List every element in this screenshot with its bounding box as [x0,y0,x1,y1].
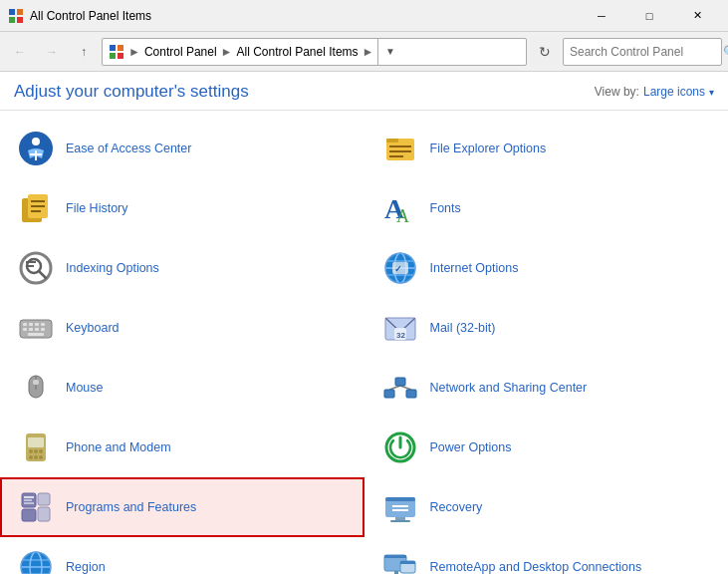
svg-rect-78 [38,493,50,505]
svg-rect-13 [386,139,398,143]
svg-rect-28 [26,265,34,267]
item-power-options[interactable]: Power Options [364,418,729,477]
svg-rect-89 [395,517,405,520]
svg-rect-39 [23,323,27,326]
up-button[interactable]: ↑ [70,38,98,66]
item-phone-modem[interactable]: Phone and Modem [0,418,364,477]
mouse-label: Mouse [66,380,104,396]
maximize-button[interactable]: □ [626,0,672,32]
mail-icon: 32 [380,308,420,348]
item-ease-of-access[interactable]: Ease of Access Center [0,119,364,178]
viewby-chevron-icon[interactable]: ▾ [709,87,714,98]
svg-rect-7 [118,53,123,59]
svg-rect-19 [31,200,45,202]
item-network-sharing[interactable]: Network and Sharing Center [364,358,729,418]
item-mouse[interactable]: Mouse [0,358,364,418]
address-path: ► Control Panel ► All Control Panel Item… [102,38,527,66]
item-file-history[interactable]: File History [0,178,364,238]
item-mail[interactable]: 32 Mail (32-bit) [364,298,729,358]
close-button[interactable]: ✕ [674,0,720,32]
svg-rect-44 [29,328,33,331]
svg-rect-0 [9,9,15,15]
item-programs-features[interactable]: Programs and Features [0,477,364,537]
mail-label: Mail (32-bit) [430,320,496,336]
svg-rect-20 [31,205,45,207]
item-internet-options[interactable]: ✓ Internet Options [364,238,729,298]
svg-rect-3 [17,17,23,23]
breadcrumb-all-items[interactable]: All Control Panel Items [237,45,359,59]
viewby-value[interactable]: Large icons [643,85,705,99]
svg-rect-16 [389,155,403,157]
file-history-icon [16,188,56,228]
internet-options-icon: ✓ [380,248,420,288]
titlebar-controls: ─ □ ✕ [579,0,720,32]
titlebar-icon [8,8,24,24]
viewby-label: View by: [595,85,639,99]
path-icon [109,44,124,60]
forward-button[interactable]: → [38,38,66,66]
svg-line-61 [400,386,411,390]
indexing-options-icon [16,248,56,288]
breadcrumb-sep-1: ► [128,45,140,59]
titlebar-title: All Control Panel Items [30,9,579,23]
item-keyboard[interactable]: Keyboard [0,298,364,358]
remoteapp-icon [380,547,420,574]
back-button[interactable]: ← [6,38,34,66]
recovery-icon [380,487,420,527]
svg-point-70 [29,455,33,459]
region-label: Region [66,559,106,574]
breadcrumb-control-panel[interactable]: Control Panel [144,45,217,59]
svg-rect-41 [35,323,39,326]
phone-modem-label: Phone and Modem [66,439,171,455]
svg-point-68 [34,449,38,453]
breadcrumb-sep-2: ► [221,45,233,59]
addressbar: ← → ↑ ► Control Panel ► All Control Pane… [0,32,728,72]
svg-text:32: 32 [396,331,405,340]
svg-rect-66 [28,437,44,447]
minimize-button[interactable]: ─ [579,0,624,32]
svg-point-71 [34,455,38,459]
recovery-label: Recovery [430,499,483,515]
fonts-icon: A A [380,188,420,228]
refresh-button[interactable]: ↻ [531,38,559,66]
svg-rect-40 [29,323,33,326]
svg-rect-47 [28,333,44,336]
search-input[interactable] [570,45,719,59]
svg-rect-5 [118,45,123,51]
item-region[interactable]: Region [0,537,364,574]
address-dropdown[interactable]: ▼ [377,38,401,66]
svg-line-26 [39,271,46,278]
file-explorer-options-icon [380,129,420,168]
svg-rect-80 [38,507,50,521]
titlebar: All Control Panel Items ─ □ ✕ [0,0,728,32]
svg-rect-2 [9,17,15,23]
item-fonts[interactable]: A A Fonts [364,178,729,238]
svg-rect-86 [385,497,415,501]
ease-of-access-label: Ease of Access Center [66,141,191,156]
svg-rect-57 [384,390,394,398]
svg-rect-104 [400,561,415,564]
content-header: Adjust your computer's settings View by:… [0,72,728,111]
svg-rect-21 [31,210,41,212]
items-container: Ease of Access Center File Explorer Opti… [0,111,728,574]
network-sharing-icon [380,368,420,408]
remoteapp-label: RemoteApp and Desktop Connections [430,559,642,574]
main-area: Adjust your computer's settings View by:… [0,72,728,574]
svg-text:✓: ✓ [394,264,402,274]
search-icon: 🔍 [723,45,728,59]
item-file-explorer-options[interactable]: File Explorer Options [364,119,729,178]
item-indexing-options[interactable]: Indexing Options [0,238,364,298]
search-box[interactable]: 🔍 [563,38,722,66]
svg-point-67 [29,449,33,453]
view-by-selector: View by: Large icons ▾ [595,85,714,99]
keyboard-label: Keyboard [66,320,120,336]
ease-of-access-icon [16,129,56,168]
keyboard-icon [16,308,56,348]
item-recovery[interactable]: Recovery [364,477,729,537]
svg-point-69 [39,449,43,453]
network-sharing-label: Network and Sharing Center [430,380,588,396]
item-remoteapp[interactable]: RemoteApp and Desktop Connections [364,537,729,574]
svg-rect-88 [392,509,408,511]
svg-rect-99 [384,555,406,558]
region-icon [16,547,56,574]
